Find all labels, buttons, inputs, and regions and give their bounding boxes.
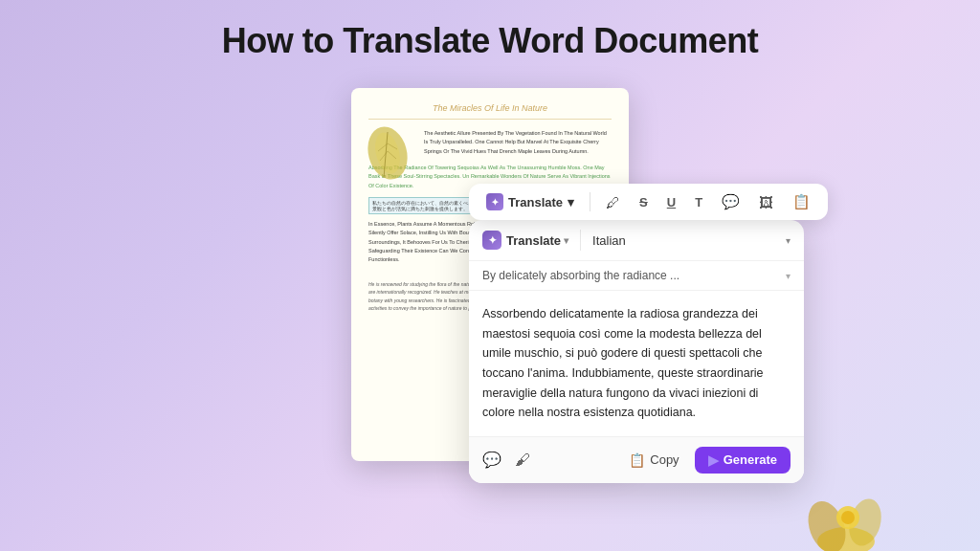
- panel-header: ✦ Translate ▾ Italian Spanish French Ger…: [469, 220, 804, 261]
- doc-body-text-1: The Aesthetic Allure Presented By The Ve…: [424, 130, 607, 154]
- brush-icon-button[interactable]: 🖌: [515, 452, 530, 469]
- strikethrough-icon-button[interactable]: S: [635, 193, 652, 211]
- flower-decoration: [789, 465, 903, 551]
- underline-icon-button[interactable]: U: [663, 193, 679, 211]
- speech-icon-button[interactable]: 💬: [482, 451, 501, 469]
- leaf-decoration: [363, 122, 412, 184]
- copy-label: Copy: [650, 452, 679, 467]
- page-title: How to Translate Word Document: [0, 0, 980, 78]
- copy-icon: 📋: [629, 452, 645, 468]
- pen-icon-button[interactable]: 🖊: [602, 192, 624, 212]
- content-area: The Miracles Of Life In Nature The Aesth…: [0, 78, 980, 461]
- panel-translate-icon: ✦: [482, 231, 501, 250]
- language-chevron: ▾: [786, 235, 791, 246]
- toolbar-divider: [590, 192, 590, 211]
- image-icon-button[interactable]: 🖼: [755, 192, 777, 212]
- translate-panel: ✦ Translate ▾ Italian Spanish French Ger…: [469, 220, 804, 483]
- panel-translate-chevron: ▾: [564, 235, 568, 246]
- footer-right-actions: 📋 Copy ▶ Generate: [621, 447, 791, 474]
- source-text-row: By delicately absorbing the radiance ...…: [469, 261, 804, 291]
- doc-text-block: The Aesthetic Allure Presented By The Ve…: [424, 129, 612, 156]
- source-text: By delicately absorbing the radiance ...: [482, 269, 786, 282]
- panel-header-divider: [580, 230, 581, 251]
- text-icon-button[interactable]: T: [691, 193, 706, 211]
- doc-japanese-text-box: 私たちの自然の存在において、自然の素くべき景観と色が活気に満ちた刺激を提供します…: [368, 197, 477, 214]
- doc-header: The Miracles Of Life In Nature: [368, 103, 612, 120]
- generate-button[interactable]: ▶ Generate: [695, 447, 791, 474]
- svg-point-11: [841, 511, 855, 524]
- footer-left-actions: 💬 🖌: [482, 451, 530, 469]
- copy-toolbar-icon-button[interactable]: 📋: [789, 191, 814, 212]
- translated-text: Assorbendo delicatamente la radiosa gran…: [469, 291, 804, 436]
- toolbar-translate-button[interactable]: ✦ Translate ▾: [482, 191, 578, 212]
- language-select[interactable]: Italian Spanish French German Japanese C…: [592, 233, 778, 248]
- source-chevron: ▾: [786, 271, 791, 281]
- panel-translate-button[interactable]: ✦ Translate ▾: [482, 231, 568, 250]
- generate-icon: ▶: [708, 452, 719, 468]
- copy-button[interactable]: 📋 Copy: [621, 449, 686, 472]
- panel-footer: 💬 🖌 📋 Copy ▶ Generate: [469, 436, 804, 483]
- comment-icon-button[interactable]: 💬: [718, 191, 744, 212]
- translate-icon: ✦: [486, 193, 503, 210]
- toolbar-translate-chevron: ▾: [568, 195, 574, 209]
- formatting-toolbar: ✦ Translate ▾ 🖊 S U T 💬 🖼 📋: [469, 184, 828, 220]
- generate-label: Generate: [724, 452, 777, 467]
- toolbar-translate-label: Translate: [508, 195, 563, 209]
- panel-translate-label: Translate: [506, 233, 561, 248]
